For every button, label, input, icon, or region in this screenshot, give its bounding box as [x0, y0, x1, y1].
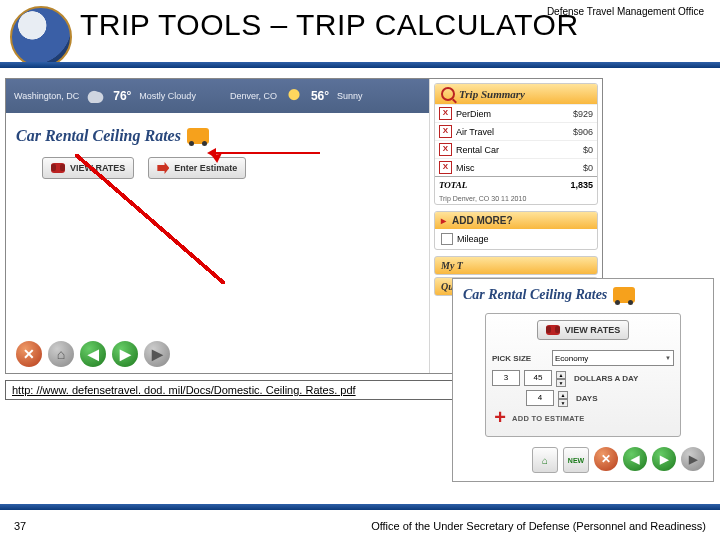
- row-value: $0: [583, 163, 593, 173]
- trip-meta: Trip Denver, CO 30 11 2010: [435, 193, 597, 204]
- remove-icon[interactable]: X: [439, 107, 452, 120]
- row-label: Air Travel: [456, 127, 573, 137]
- weather-temp-2: 56°: [311, 89, 329, 103]
- popup-body: VIEW RATES PICK SIZE Economy 3 45 ▲▼ DOL…: [485, 313, 681, 437]
- sun-icon: [285, 89, 303, 103]
- nav-close-button[interactable]: ✕: [16, 341, 42, 367]
- enter-estimate-label: Enter Estimate: [174, 163, 237, 173]
- car-rental-popup: Car Rental Ceiling Rates VIEW RATES PICK…: [452, 278, 714, 482]
- view-rates-label: VIEW RATES: [70, 163, 125, 173]
- enter-estimate-button[interactable]: Enter Estimate: [148, 157, 246, 179]
- pick-size-label: PICK SIZE: [492, 354, 548, 363]
- car-icon: [613, 287, 635, 303]
- mileage-label: Mileage: [457, 234, 489, 244]
- summary-total: TOTAL1,835: [435, 176, 597, 193]
- add-to-estimate-label: ADD TO ESTIMATE: [512, 414, 585, 423]
- row-value: $906: [573, 127, 593, 137]
- popup-view-rates-label: VIEW RATES: [565, 325, 620, 335]
- remove-icon[interactable]: X: [439, 161, 452, 174]
- add-more-mileage[interactable]: Mileage: [435, 229, 597, 249]
- nav-next-disabled: ▶: [144, 341, 170, 367]
- days-spinner[interactable]: ▲▼: [558, 391, 568, 405]
- dollars-index: 3: [492, 370, 520, 386]
- weather-cond-2: Sunny: [337, 91, 363, 101]
- row-label: Rental Car: [456, 145, 583, 155]
- url-link[interactable]: http: //www. defensetravel. dod. mil/Doc…: [5, 380, 459, 400]
- header-divider: [0, 62, 720, 68]
- view-rates-button[interactable]: VIEW RATES: [42, 157, 134, 179]
- page-number: 37: [14, 520, 26, 532]
- cloud-icon: [87, 89, 105, 103]
- binoculars-icon: [546, 325, 560, 335]
- dod-seal-icon: [10, 6, 72, 68]
- days-row: 4 ▲▼ DAYS: [492, 390, 674, 406]
- total-label: TOTAL: [439, 180, 570, 190]
- popup-nav-next[interactable]: ▶: [652, 447, 676, 471]
- popup-nav-home[interactable]: ⌂: [532, 447, 558, 473]
- popup-nav-prev[interactable]: ◀: [623, 447, 647, 471]
- summary-row-rental: XRental Car$0: [435, 140, 597, 158]
- row-value: $929: [573, 109, 593, 119]
- popup-header: Car Rental Ceiling Rates: [453, 279, 713, 307]
- footer-divider: [0, 504, 720, 510]
- car-icon: [187, 128, 209, 144]
- popup-title: Car Rental Ceiling Rates: [463, 287, 607, 303]
- popup-nav: ⌂ NEW ✕ ◀ ▶ ▶: [453, 443, 713, 481]
- footer-org: Office of the Under Secretary of Defense…: [371, 520, 706, 532]
- nav-next-button[interactable]: ▶: [112, 341, 138, 367]
- arrow-right-icon: [157, 162, 169, 174]
- summary-row-misc: XMisc$0: [435, 158, 597, 176]
- page-title: TRIP TOOLS – TRIP CALCULATOR: [80, 8, 710, 42]
- pick-size-row: PICK SIZE Economy: [492, 350, 674, 366]
- popup-nav-close[interactable]: ✕: [594, 447, 618, 471]
- magnifier-icon: [441, 87, 455, 101]
- total-value: 1,835: [570, 180, 593, 190]
- dollars-label: DOLLARS A DAY: [574, 374, 638, 383]
- tab-my-t[interactable]: My T: [434, 256, 598, 275]
- add-more-header: ▸ADD MORE?: [435, 212, 597, 229]
- weather-city-1: Washington, DC: [14, 91, 79, 101]
- summary-row-air: XAir Travel$906: [435, 122, 597, 140]
- days-label: DAYS: [576, 394, 598, 403]
- weather-cond-1: Mostly Cloudy: [139, 91, 196, 101]
- screenshot-nav: ✕ ⌂ ◀ ▶ ▶: [16, 341, 170, 367]
- binoculars-icon: [51, 163, 65, 173]
- trip-summary-header: Trip Summary: [435, 84, 597, 104]
- dollars-spinner[interactable]: ▲▼: [556, 371, 566, 385]
- plus-icon: +: [492, 410, 508, 426]
- summary-row-perdiem: XPerDiem$929: [435, 104, 597, 122]
- car-rental-section-header: Car Rental Ceiling Rates: [6, 119, 426, 149]
- days-input[interactable]: 4: [526, 390, 554, 406]
- dollars-input[interactable]: 45: [524, 370, 552, 386]
- pick-size-value: Economy: [555, 354, 588, 363]
- nav-prev-button[interactable]: ◀: [80, 341, 106, 367]
- add-more-panel: ▸ADD MORE? Mileage: [434, 211, 598, 250]
- popup-nav-next-disabled: ▶: [681, 447, 705, 471]
- add-to-estimate-button[interactable]: + ADD TO ESTIMATE: [492, 410, 674, 426]
- remove-icon[interactable]: X: [439, 143, 452, 156]
- weather-city-2: Denver, CO: [230, 91, 277, 101]
- trip-summary-panel: Trip Summary XPerDiem$929 XAir Travel$90…: [434, 83, 598, 205]
- pick-size-select[interactable]: Economy: [552, 350, 674, 366]
- row-label: Misc: [456, 163, 583, 173]
- remove-icon[interactable]: X: [439, 125, 452, 138]
- popup-view-rates-button[interactable]: VIEW RATES: [537, 320, 629, 340]
- checkbox-icon[interactable]: [441, 233, 453, 245]
- nav-home-button[interactable]: ⌂: [48, 341, 74, 367]
- weather-temp-1: 76°: [113, 89, 131, 103]
- popup-nav-new[interactable]: NEW: [563, 447, 589, 473]
- dollars-row: 3 45 ▲▼ DOLLARS A DAY: [492, 370, 674, 386]
- car-rental-title: Car Rental Ceiling Rates: [16, 127, 181, 145]
- row-value: $0: [583, 145, 593, 155]
- add-more-title: ADD MORE?: [452, 215, 513, 226]
- trip-summary-title: Trip Summary: [459, 88, 525, 100]
- row-label: PerDiem: [456, 109, 573, 119]
